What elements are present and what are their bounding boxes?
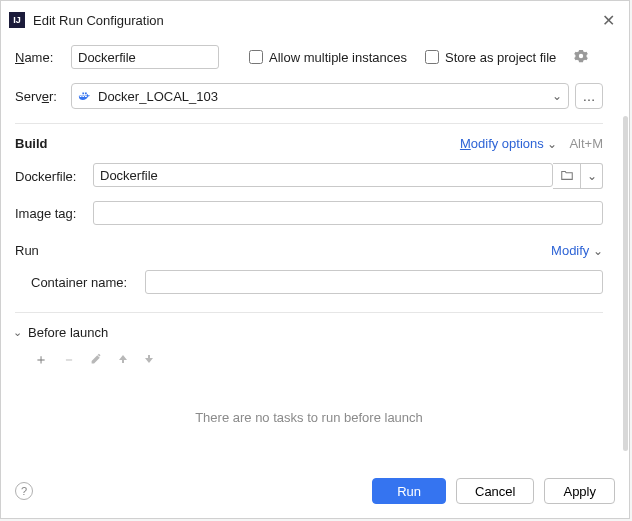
edit-icon[interactable] xyxy=(90,352,103,368)
scrollbar[interactable] xyxy=(623,116,628,451)
store-project-box[interactable] xyxy=(425,50,439,64)
run-button[interactable]: Run xyxy=(372,478,446,504)
separator xyxy=(15,123,603,124)
build-title: Build xyxy=(15,136,460,151)
image-tag-row: Image tag: xyxy=(15,201,603,225)
server-row: Server: Docker_LOCAL_103 ⌄ … xyxy=(15,83,603,109)
add-icon[interactable]: ＋ xyxy=(34,351,48,369)
server-label: Server: xyxy=(15,89,71,104)
container-name-row: Container name: xyxy=(15,270,603,294)
server-value: Docker_LOCAL_103 xyxy=(98,89,552,104)
before-launch-label: Before launch xyxy=(28,325,108,340)
allow-multiple-checkbox[interactable]: Allow multiple instances xyxy=(249,50,407,65)
chevron-down-icon: ⌄ xyxy=(547,137,557,151)
browse-dockerfile-button[interactable] xyxy=(553,163,581,189)
allow-multiple-box[interactable] xyxy=(249,50,263,64)
edit-run-config-dialog: IJ Edit Run Configuration ✕ Name: Allow … xyxy=(0,0,630,519)
dialog-title: Edit Run Configuration xyxy=(33,13,598,28)
chevron-down-icon: ⌄ xyxy=(15,326,22,339)
folder-icon xyxy=(560,168,574,185)
run-section-header: Run Modify ⌄ xyxy=(15,243,603,258)
server-browse-button[interactable]: … xyxy=(575,83,603,109)
docker-icon xyxy=(78,89,92,103)
dockerfile-row: Dockerfile: ⌄ xyxy=(15,163,603,189)
container-name-label: Container name: xyxy=(15,275,145,290)
before-launch-empty: There are no tasks to run before launch xyxy=(15,374,603,443)
separator xyxy=(15,312,603,313)
run-modify-link[interactable]: Modify ⌄ xyxy=(551,243,603,258)
move-down-icon[interactable] xyxy=(143,352,155,368)
remove-icon[interactable]: － xyxy=(62,351,76,369)
before-launch-toolbar: ＋ － xyxy=(25,346,603,374)
name-row: Name: Allow multiple instances Store as … xyxy=(15,45,603,69)
modify-options-link[interactable]: Modify options ⌄ xyxy=(460,136,557,151)
dialog-content: Name: Allow multiple instances Store as … xyxy=(1,39,629,468)
apply-button[interactable]: Apply xyxy=(544,478,615,504)
close-icon[interactable]: ✕ xyxy=(598,11,619,30)
dockerfile-label: Dockerfile: xyxy=(15,169,93,184)
store-project-checkbox[interactable]: Store as project file xyxy=(425,50,556,65)
move-up-icon[interactable] xyxy=(117,352,129,368)
app-icon: IJ xyxy=(9,12,25,28)
dockerfile-input[interactable] xyxy=(93,163,553,187)
chevron-down-icon: ⌄ xyxy=(552,89,562,103)
chevron-down-icon: ⌄ xyxy=(593,244,603,258)
name-label: Name: xyxy=(15,50,71,65)
dialog-footer: ? Run Cancel Apply xyxy=(1,468,629,518)
modify-options-hint: Alt+M xyxy=(569,136,603,151)
build-section-header: Build Modify options ⌄ Alt+M xyxy=(15,136,603,151)
before-launch-header[interactable]: ⌄ Before launch xyxy=(15,325,603,340)
container-name-input[interactable] xyxy=(145,270,603,294)
help-button[interactable]: ? xyxy=(15,482,33,500)
server-select[interactable]: Docker_LOCAL_103 ⌄ xyxy=(71,83,569,109)
image-tag-label: Image tag: xyxy=(15,206,93,221)
cancel-button[interactable]: Cancel xyxy=(456,478,534,504)
chevron-down-icon: ⌄ xyxy=(587,169,597,183)
gear-icon[interactable] xyxy=(574,49,588,66)
title-bar: IJ Edit Run Configuration ✕ xyxy=(1,1,629,39)
image-tag-input[interactable] xyxy=(93,201,603,225)
dockerfile-dropdown-button[interactable]: ⌄ xyxy=(581,163,603,189)
run-title: Run xyxy=(15,243,551,258)
name-input[interactable] xyxy=(71,45,219,69)
